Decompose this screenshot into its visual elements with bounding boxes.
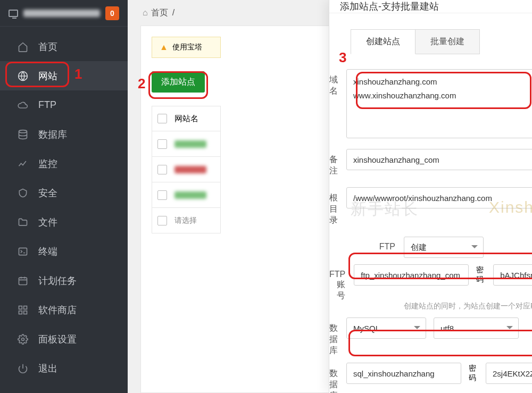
calendar-icon: [17, 275, 29, 287]
chevron-down-icon: [471, 245, 478, 252]
sidebar-item-files[interactable]: 文件: [0, 207, 128, 237]
sidebar-item-label: FTP: [38, 99, 56, 111]
home-icon: [17, 41, 29, 53]
sidebar-item-db[interactable]: 数据库: [0, 120, 128, 149]
site-name-blurred: [174, 140, 206, 148]
add-site-modal: 添加站点-支持批量建站 创建站点 批量创建 域名 备注 根目录 FTP: [329, 0, 532, 393]
sidebar-item-label: 网站: [38, 70, 57, 82]
label-db-password: 密码: [469, 364, 478, 383]
sidebar-item-label: 文件: [38, 216, 57, 229]
modal-form: 域名 备注 根目录 FTP 创建 FTP账号: [329, 54, 532, 393]
select-placeholder: 请选择: [174, 216, 197, 225]
table-select-row[interactable]: 请选择: [152, 208, 221, 233]
site-table: 网站名 请选择: [152, 106, 221, 233]
svg-rect-3: [19, 278, 27, 285]
ftp-password-input[interactable]: [493, 264, 532, 286]
label-ftp: FTP: [329, 237, 404, 252]
sidebar-item-site[interactable]: 网站: [0, 61, 128, 90]
chart-icon: [17, 158, 29, 170]
label-ftp-user: FTP账号: [329, 264, 354, 302]
sidebar-item-label: 终端: [38, 245, 57, 258]
ftp-hint: 创建站点的同时，为站点创建一个对应FTP帐户，并且FTP目录指向: [329, 302, 532, 311]
shield-icon: [17, 187, 29, 199]
svg-point-1: [19, 130, 27, 132]
chevron-down-icon: [414, 326, 420, 332]
label-database: 数据库: [329, 317, 346, 356]
sidebar-item-label: 软件商店: [38, 304, 77, 316]
label-db-user: 数据库账号: [329, 363, 346, 393]
ftp-user-input[interactable]: [354, 264, 469, 286]
sidebar-item-terminal[interactable]: 终端: [0, 237, 128, 266]
select-all-checkbox[interactable]: [157, 114, 167, 123]
sidebar-item-monitor[interactable]: 监控: [0, 149, 128, 178]
breadcrumb-separator: /: [172, 8, 174, 18]
warning-icon: ▲: [160, 43, 168, 52]
sidebar-item-label: 退出: [38, 362, 57, 375]
label-remark: 备注: [329, 149, 346, 177]
label-domain: 域名: [329, 69, 346, 97]
row-checkbox[interactable]: [157, 216, 167, 225]
svg-rect-5: [24, 306, 27, 309]
table-row[interactable]: [152, 131, 221, 157]
power-icon: [17, 363, 29, 374]
table-header-row: 网站名: [152, 106, 221, 131]
folder-icon: [17, 216, 29, 228]
label-ftp-password: 密码: [476, 265, 486, 285]
modal-title: 添加站点-支持批量建站: [329, 0, 532, 13]
domain-input[interactable]: [346, 69, 532, 138]
svg-point-8: [22, 338, 24, 340]
tab-batch-create[interactable]: 批量创建: [415, 29, 480, 54]
sidebar-item-label: 监控: [38, 157, 57, 170]
table-header-sitename: 网站名: [174, 114, 198, 124]
sidebar-item-label: 数据库: [38, 128, 67, 141]
ftp-select[interactable]: 创建: [404, 237, 484, 258]
sidebar-item-label: 首页: [38, 40, 57, 53]
remark-input[interactable]: [346, 149, 532, 170]
sidebar-header: 0: [0, 0, 128, 27]
chevron-down-icon: [506, 326, 513, 332]
sidebar-item-security[interactable]: 安全: [0, 178, 128, 207]
svg-rect-6: [19, 311, 22, 314]
row-checkbox[interactable]: [157, 190, 167, 200]
svg-rect-7: [24, 311, 27, 314]
sidebar-item-logout[interactable]: 退出: [0, 354, 128, 383]
sidebar-menu: 首页 网站 FTP 数据库 监控 安全 文件 终端: [0, 27, 128, 383]
db-user-input[interactable]: [346, 363, 461, 384]
sidebar-item-label: 计划任务: [38, 274, 77, 287]
svg-rect-2: [19, 248, 27, 255]
sidebar-item-settings[interactable]: 面板设置: [0, 324, 128, 354]
sidebar: 0 首页 网站 FTP 数据库 监控 安全 文件: [0, 0, 128, 393]
db-engine-select[interactable]: MySQL: [346, 317, 426, 339]
breadcrumb-home[interactable]: 首页: [151, 7, 168, 19]
server-ip-blurred: [23, 10, 100, 17]
add-site-button[interactable]: 添加站点: [152, 71, 205, 93]
label-root: 根目录: [329, 187, 346, 226]
tab-create-site[interactable]: 创建站点: [351, 29, 415, 54]
notification-badge[interactable]: 0: [105, 6, 119, 20]
annotation-number-2: 2: [138, 76, 145, 92]
table-row[interactable]: [152, 182, 221, 208]
database-icon: [17, 129, 29, 140]
db-password-input[interactable]: [486, 363, 532, 384]
row-checkbox[interactable]: [157, 139, 167, 149]
svg-rect-4: [19, 306, 22, 309]
main-area: ⌂ 首页 / ▲ 使用宝塔 添加站点 网站名 请选择 2 添加站点-支持批量建站…: [128, 0, 532, 393]
globe-icon: [17, 70, 29, 82]
site-name-blurred: [174, 166, 206, 173]
table-row[interactable]: [152, 157, 221, 182]
sidebar-item-cron[interactable]: 计划任务: [0, 266, 128, 295]
sidebar-item-label: 安全: [38, 187, 57, 199]
gear-icon: [17, 333, 29, 345]
monitor-icon: [9, 10, 18, 17]
sidebar-item-ftp[interactable]: FTP: [0, 90, 128, 120]
db-charset-select[interactable]: utf8: [434, 317, 519, 339]
root-dir-input[interactable]: [346, 187, 532, 208]
home-icon-small: ⌂: [143, 8, 148, 18]
terminal-icon: [17, 246, 29, 257]
warning-text: 使用宝塔: [172, 43, 202, 52]
site-name-blurred: [174, 191, 206, 199]
sidebar-item-home[interactable]: 首页: [0, 32, 128, 61]
sidebar-item-store[interactable]: 软件商店: [0, 295, 128, 324]
grid-icon: [17, 304, 29, 316]
row-checkbox[interactable]: [157, 165, 167, 174]
